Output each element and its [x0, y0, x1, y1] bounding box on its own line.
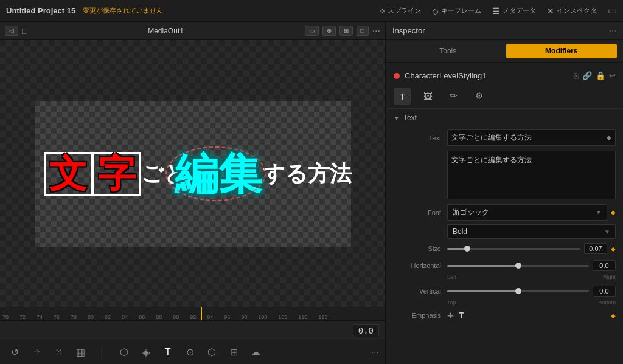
keyframe-tool[interactable]: ◇ キーフレーム	[432, 6, 481, 16]
size-slider[interactable]	[447, 242, 580, 255]
size-value[interactable]: 0.07	[584, 243, 607, 254]
size-slider-thumb[interactable]	[464, 246, 470, 252]
inspector-more-btn[interactable]: ···	[609, 26, 617, 36]
text-btn[interactable]: T	[159, 344, 176, 361]
main-layout: ◁ □ MediaOut1 ▭ ⊕ ⊞ □ ··· 文 字 ごとに 編集 する方…	[0, 22, 623, 364]
tick-115: 115	[318, 314, 327, 320]
keyframe-diamond-emphasis[interactable]: ◆	[611, 312, 616, 319]
undo-btn[interactable]: ↺	[6, 344, 23, 361]
vertical-prop-label: Vertical	[399, 287, 447, 295]
viewer-square-btn[interactable]: □	[357, 26, 369, 36]
grid-tool-btn[interactable]: ▦	[72, 344, 89, 361]
tick-76: 76	[54, 314, 60, 320]
keyframe-icon: ◇	[432, 6, 439, 16]
kanji-text-1: 文	[44, 152, 92, 196]
cloud-btn[interactable]: ☁	[247, 344, 264, 361]
toolbar-more-btn[interactable]: ···	[371, 347, 379, 358]
inspector-icon: ✕	[547, 6, 554, 16]
viewer-icon: □	[22, 26, 27, 36]
tab-modifiers[interactable]: Modifiers	[506, 44, 618, 58]
tick-98: 98	[241, 314, 247, 320]
reset-icon[interactable]: ↩	[609, 71, 616, 80]
horizontal-labels: Left Right	[386, 274, 623, 283]
metadata-tool[interactable]: ☰ メタデータ	[492, 6, 536, 16]
size-prop-label: Size	[399, 245, 447, 252]
nodes-btn[interactable]: ⊞	[225, 344, 242, 361]
image-tab-icon[interactable]: 🖼	[419, 88, 436, 105]
vertical-value[interactable]: 0.0	[593, 286, 616, 297]
text-value-display: 文字ごとに編集する方法	[451, 132, 532, 143]
font-weight-value: Bold	[453, 227, 467, 236]
emphasis-icons: ✚ T	[447, 311, 464, 320]
text-prop-row: Text 文字ごとに編集する方法 ◆	[386, 127, 623, 148]
suru-text: する方法	[263, 159, 352, 188]
vertical-slider-thumb[interactable]	[515, 288, 521, 294]
metadata-label: メタデータ	[503, 6, 536, 15]
horizontal-value[interactable]: 0.0	[593, 260, 616, 271]
viewer-toolbar: ◁ □ MediaOut1 ▭ ⊕ ⊞ □ ···	[0, 22, 385, 40]
mask-btn[interactable]: ⊙	[181, 344, 198, 361]
tick-96: 96	[224, 314, 230, 320]
emphasis-text-icon[interactable]: T	[459, 311, 464, 320]
top-bar: Untitled Project 15 変更が保存されていません ⟡ スプライン…	[0, 0, 623, 22]
vertical-slider-track	[447, 290, 589, 292]
tab-tools[interactable]: Tools	[392, 44, 504, 58]
cube-btn[interactable]: ⬡	[203, 344, 220, 361]
keyframe-label: キーフレーム	[441, 6, 481, 15]
playhead[interactable]	[201, 307, 202, 320]
emphasis-prop-row: Emphasis ✚ T ◆	[386, 308, 623, 323]
viewer-grid-btn[interactable]: ⊞	[339, 26, 353, 36]
inspector-tool[interactable]: ✕ インスペクタ	[547, 6, 597, 16]
spline-label: スプライン	[388, 6, 421, 15]
link-icon[interactable]: 🔗	[582, 71, 592, 80]
inspector-body: CharacterLevelStyling1 ⎘ 🔗 🔒 ↩ T 🖼 ✏ ⚙ ▼…	[386, 63, 623, 364]
spline-icon: ⟡	[380, 5, 385, 16]
font-weight-dropdown[interactable]: Bold ▼	[447, 224, 616, 239]
viewer-view-btn[interactable]: ▭	[305, 26, 319, 36]
top-tools: ⟡ スプライン ◇ キーフレーム ☰ メタデータ ✕ インスペクタ ▭	[380, 5, 617, 16]
keyframe-diamond-size[interactable]: ◆	[611, 246, 616, 252]
font-dropdown[interactable]: 游ゴシック ▼	[447, 204, 607, 221]
particles-btn[interactable]: ⁘	[28, 344, 45, 361]
lock-icon[interactable]: 🔒	[596, 71, 605, 80]
emphasis-plus-icon[interactable]: ✚	[447, 311, 454, 320]
settings-tab-icon[interactable]: ⚙	[470, 88, 487, 105]
text-prop-value-area: 文字ごとに編集する方法 ◆	[447, 129, 616, 146]
project-title: Untitled Project 15	[6, 6, 75, 15]
horizontal-slider[interactable]	[447, 259, 589, 272]
tick-80: 80	[88, 314, 94, 320]
tick-74: 74	[37, 314, 43, 320]
horizontal-slider-fill	[447, 265, 518, 267]
tick-100: 100	[258, 314, 267, 320]
large-text-area[interactable]: 文字ごとに編集する方法	[447, 151, 616, 199]
copy-icon[interactable]: ⎘	[574, 71, 579, 80]
horizontal-prop-value-area: 0.0	[447, 259, 616, 272]
viewer-prev-btn[interactable]: ◁	[5, 26, 18, 36]
node-name: CharacterLevelStyling1	[405, 71, 569, 80]
spline-tool[interactable]: ⟡ スプライン	[380, 5, 421, 16]
edit-tab-icon[interactable]: ✏	[445, 88, 462, 105]
scatter-btn[interactable]: ⁙	[50, 344, 67, 361]
vertical-slider[interactable]	[447, 285, 589, 297]
keyframe-diamond-text[interactable]: ◆	[607, 134, 611, 141]
inspector-title: Inspector	[392, 26, 609, 35]
node-header: CharacterLevelStyling1 ⎘ 🔗 🔒 ↩	[386, 67, 623, 84]
keyframe-diamond-font[interactable]: ◆	[611, 209, 616, 216]
viewer-globe-btn[interactable]: ⊕	[322, 26, 336, 36]
monitor-button[interactable]: ▭	[608, 5, 617, 16]
paint-btn[interactable]: ◈	[137, 344, 155, 361]
inspector-label: インスペクタ	[557, 6, 597, 15]
text-section-header[interactable]: ▼ Text	[386, 109, 623, 127]
tick-78: 78	[71, 314, 77, 320]
shape-btn[interactable]: ⬡	[116, 344, 133, 361]
timeline-bar[interactable]: 70 72 74 76 78 80 82 84 86 88 90 92 94 9…	[0, 307, 385, 320]
font-dropdown-arrow: ▼	[596, 209, 602, 216]
text-input[interactable]: 文字ごとに編集する方法 ◆	[447, 129, 616, 146]
horizontal-left-label: Left	[447, 274, 456, 280]
tick-88: 88	[156, 314, 162, 320]
horizontal-slider-thumb[interactable]	[515, 263, 521, 269]
font-prop-row: Font 游ゴシック ▼ ◆	[386, 202, 623, 223]
viewer-more-btn[interactable]: ···	[372, 26, 380, 36]
tick-70: 70	[2, 314, 9, 320]
text-tab-icon[interactable]: T	[394, 88, 411, 105]
